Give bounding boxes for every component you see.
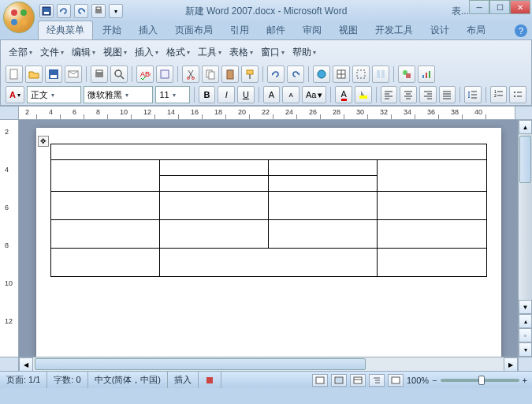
print-button-tb[interactable] <box>91 65 108 83</box>
preview-button[interactable] <box>110 65 128 83</box>
menu-window[interactable]: 窗口▾ <box>258 44 288 61</box>
maximize-button[interactable]: ☐ <box>489 0 510 14</box>
view-draft-button[interactable] <box>388 374 404 387</box>
tab-classic-menu[interactable]: 经典菜单 <box>38 21 93 39</box>
font-combo[interactable]: 微软雅黑▾ <box>84 86 154 103</box>
office-button[interactable] <box>3 2 35 33</box>
tab-references[interactable]: 引用 <box>222 21 257 39</box>
research-button[interactable] <box>156 65 173 83</box>
document-canvas[interactable]: ✥ <box>19 120 518 357</box>
tab-insert[interactable]: 插入 <box>131 21 166 39</box>
save-button[interactable] <box>39 4 54 18</box>
undo-button-tb[interactable] <box>267 65 285 83</box>
redo-button[interactable] <box>74 4 88 18</box>
hscroll-thumb[interactable] <box>35 358 366 370</box>
next-page-button[interactable]: ▾ <box>519 342 532 357</box>
status-page[interactable]: 页面: 1/1 <box>0 372 47 388</box>
browse-object-button[interactable]: ◦ <box>519 328 532 342</box>
open-button[interactable] <box>25 65 43 83</box>
menu-tools[interactable]: 工具▾ <box>195 44 225 61</box>
line-spacing-button[interactable] <box>464 86 482 103</box>
zoom-slider[interactable] <box>441 379 519 382</box>
paste-button[interactable] <box>221 65 239 83</box>
vertical-ruler[interactable]: 24681012 <box>0 120 19 357</box>
menu-help[interactable]: 帮助▾ <box>289 44 319 61</box>
tab-design[interactable]: 设计 <box>422 21 457 39</box>
font-size-combo[interactable]: 11▾ <box>155 86 189 103</box>
scroll-up-button[interactable]: ▲ <box>519 120 532 134</box>
menu-file[interactable]: 文件▾ <box>37 44 67 61</box>
bullets-button[interactable] <box>509 86 526 103</box>
columns-button[interactable] <box>372 65 389 83</box>
align-left-button[interactable] <box>381 86 398 103</box>
font-color-button[interactable]: A <box>335 86 352 103</box>
horizontal-scrollbar[interactable]: ◀ ▶ <box>19 357 518 371</box>
borders-button[interactable] <box>352 65 370 83</box>
status-language[interactable]: 中文(简体，中国) <box>88 372 168 388</box>
tab-review[interactable]: 审阅 <box>295 21 329 39</box>
italic-button[interactable]: I <box>218 86 235 103</box>
tab-layout[interactable]: 布局 <box>459 21 493 39</box>
horizontal-ruler[interactable]: 246810121416182022242628303234363840 <box>19 107 515 119</box>
highlight-button[interactable] <box>355 86 372 103</box>
view-outline-button[interactable] <box>369 374 385 387</box>
change-case-button[interactable]: Aa▾ <box>302 86 326 103</box>
bold-button[interactable]: B <box>199 86 216 103</box>
menu-format[interactable]: 格式▾ <box>163 44 193 61</box>
tab-developer[interactable]: 开发工具 <box>367 21 421 39</box>
menu-table[interactable]: 表格▾ <box>226 44 256 61</box>
menu-insert[interactable]: 插入▾ <box>132 44 162 61</box>
style-combo[interactable]: 正文▾ <box>27 86 81 103</box>
underline-button[interactable]: U <box>237 86 255 103</box>
qat-customize-button[interactable]: ▾ <box>109 4 123 18</box>
shrink-font-button[interactable]: A <box>282 86 299 103</box>
zoom-out-button[interactable]: − <box>432 376 437 385</box>
document-table[interactable] <box>50 144 487 277</box>
view-full-screen-button[interactable] <box>331 374 347 387</box>
numbering-button[interactable]: 12 <box>490 86 508 103</box>
view-print-layout-button[interactable] <box>312 374 328 387</box>
zoom-in-button[interactable]: + <box>523 376 527 385</box>
vertical-scrollbar[interactable]: ▲ ▼ ▴ ◦ ▾ <box>518 120 532 357</box>
table-button[interactable] <box>333 65 350 83</box>
prev-page-button[interactable]: ▴ <box>519 314 532 328</box>
tab-mailings[interactable]: 邮件 <box>259 21 293 39</box>
spellcheck-button[interactable]: ABC <box>136 65 154 83</box>
zoom-thumb[interactable] <box>478 376 485 385</box>
scroll-thumb[interactable] <box>519 136 531 183</box>
cut-button[interactable] <box>182 65 199 83</box>
table-move-handle-icon[interactable]: ✥ <box>38 136 49 147</box>
scroll-down-button[interactable]: ▼ <box>519 300 532 314</box>
hyperlink-button[interactable] <box>313 65 330 83</box>
help-icon[interactable]: ? <box>515 24 527 37</box>
new-button[interactable] <box>6 65 23 83</box>
menu-edit[interactable]: 编辑▾ <box>69 44 99 61</box>
drawing-button[interactable] <box>398 65 415 83</box>
grow-font-button[interactable]: A <box>263 86 281 103</box>
format-painter-button[interactable] <box>241 65 259 83</box>
tab-view[interactable]: 视图 <box>331 21 366 39</box>
status-macro[interactable] <box>199 372 221 388</box>
copy-button[interactable] <box>202 65 219 83</box>
align-justify-button[interactable] <box>439 86 456 103</box>
tab-home[interactable]: 开始 <box>95 21 129 39</box>
zoom-level[interactable]: 100% <box>407 376 429 385</box>
scroll-left-button[interactable]: ◀ <box>19 357 33 372</box>
minimize-button[interactable]: ─ <box>469 0 489 14</box>
tab-page-layout[interactable]: 页面布局 <box>167 21 221 39</box>
scroll-track[interactable] <box>519 134 532 300</box>
chart-button[interactable] <box>418 65 435 83</box>
align-center-button[interactable] <box>400 86 417 103</box>
scroll-right-button[interactable]: ▶ <box>504 357 518 372</box>
redo-button-tb[interactable] <box>287 65 304 83</box>
status-insert-mode[interactable]: 插入 <box>168 372 199 388</box>
mail-button[interactable] <box>65 65 82 83</box>
style-indicator[interactable]: A▾ <box>6 86 24 103</box>
menu-all[interactable]: 全部▾ <box>6 44 35 61</box>
hscroll-track[interactable] <box>33 357 504 371</box>
status-words[interactable]: 字数: 0 <box>47 372 87 388</box>
save-button-tb[interactable] <box>45 65 62 83</box>
undo-button[interactable] <box>57 4 71 18</box>
close-button[interactable]: ✕ <box>510 0 530 14</box>
align-right-button[interactable] <box>419 86 437 103</box>
